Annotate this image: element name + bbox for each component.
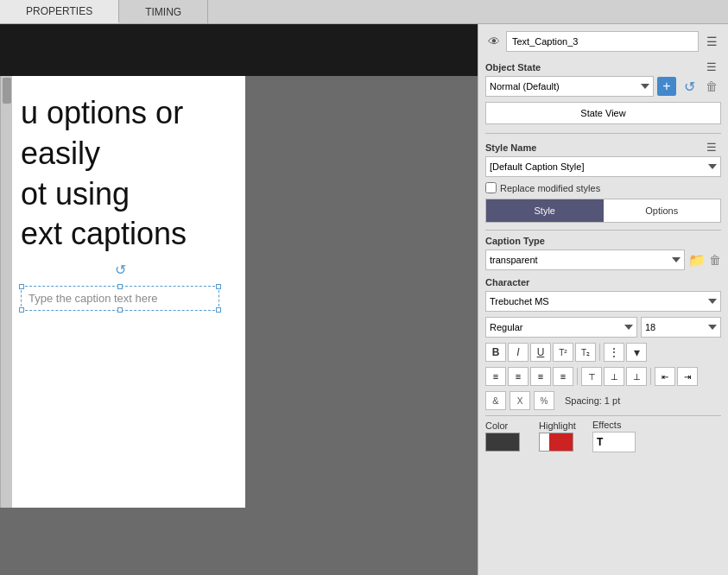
resize-handle-tl[interactable] [19,284,24,289]
object-state-header: Object State ☰ [485,57,721,76]
object-name-input[interactable] [506,31,699,52]
effects-label: Effects [592,420,636,430]
format-buttons-row: B I U T² T₂ ⋮ ▾ [485,343,721,362]
trash-icon[interactable]: 🗑 [709,253,721,267]
left-scroll[interactable] [0,76,12,508]
style-name-dropdown-row: [Default Caption Style] [485,156,721,177]
replace-styles-checkbox[interactable] [485,182,497,193]
caption-placeholder-text: Type the caption text here [28,292,158,305]
align-left-btn[interactable]: ≡ [485,367,506,386]
italic-btn[interactable]: I [508,343,529,362]
canvas-area: u options or easily ot using ext caption… [0,24,478,575]
indent-right-btn[interactable]: ⇥ [677,367,698,386]
subscript2-btn[interactable]: X [510,391,530,410]
align-justify-btn[interactable]: ≡ [553,367,573,386]
folder-icon[interactable]: 📁 [688,252,706,269]
valign-top-btn[interactable]: ⊤ [581,367,602,386]
valign-sep [650,368,651,385]
resize-handle-br[interactable] [216,307,221,313]
main-area: u options or easily ot using ext caption… [0,24,728,575]
list-dropdown-btn[interactable]: ▾ [626,343,647,362]
caption-type-label: Caption Type [485,236,721,246]
canvas-black-bar [0,24,478,76]
indent-left-btn[interactable]: ⇤ [655,367,675,386]
resize-handle-bm[interactable] [117,307,123,313]
font-family-row: Trebuchet MS [485,291,721,312]
style-name-label: Style Name [485,142,536,153]
top-tab-bar: PROPERTIES TIMING [0,0,728,24]
state-view-btn[interactable]: State View [485,102,721,124]
font-size-dropdown[interactable]: 18 [641,317,721,338]
object-name-row: 👁 ☰ [485,31,721,52]
delete-state-btn[interactable]: 🗑 [702,77,721,96]
list-style-btn[interactable]: ⋮ [604,343,624,362]
caption-type-row: transparent 📁 🗑 [485,250,721,270]
separator-3 [485,415,721,416]
color-label: Color [485,420,529,431]
valign-bot-btn[interactable]: ⊥ [626,367,647,386]
spacing-label: Spacing: 1 pt [565,395,620,406]
panel-content: 👁 ☰ Object State ☰ Normal (Default) + ↺ … [478,24,728,575]
format-sep [599,344,600,361]
valign-mid-btn[interactable]: ⊥ [604,367,624,386]
style-name-dropdown[interactable]: [Default Caption Style] [485,156,721,177]
state-dropdown[interactable]: Normal (Default) [485,76,654,97]
caption-type-dropdown[interactable]: transparent [485,250,685,270]
state-dropdown-row: Normal (Default) + ↺ 🗑 [485,76,721,97]
separator-1 [485,133,721,134]
align-center-btn[interactable]: ≡ [508,367,529,386]
style-options-toggle: Style Options [485,199,721,223]
style-name-header: Style Name ☰ [485,137,721,156]
list-options-btn[interactable]: ☰ [702,32,721,51]
caption-box[interactable]: Type the caption text here [21,286,219,311]
font-family-dropdown[interactable]: Trebuchet MS [485,291,721,312]
right-panel: 👁 ☰ Object State ☰ Normal (Default) + ↺ … [478,24,728,575]
style-options-btn[interactable]: ☰ [702,137,721,156]
align-right-btn[interactable]: ≡ [530,367,551,386]
font-style-row: Regular 18 [485,317,721,338]
replace-styles-row: Replace modified styles [485,182,721,193]
special-chars-row: & X % Spacing: 1 pt [485,391,721,410]
visibility-icon[interactable]: 👁 [485,33,503,50]
highlight-label: Highlight [539,420,582,431]
font-style-dropdown[interactable]: Regular [485,317,637,338]
color-swatch[interactable] [485,433,520,452]
canvas-slide: u options or easily ot using ext caption… [12,76,245,508]
character-label: Character [485,277,721,288]
tab-properties[interactable]: PROPERTIES [0,0,119,23]
separator-2 [485,230,721,231]
resize-handle-tr[interactable] [216,284,221,289]
resize-handle-tm[interactable] [117,284,123,289]
superscript-btn[interactable]: T² [553,343,573,362]
style-tab-btn[interactable]: Style [486,199,604,222]
edit-state-btn[interactable]: ↺ [680,77,699,96]
rotate-handle[interactable]: ↺ [115,262,126,278]
highlight-swatch[interactable] [539,433,573,452]
replace-styles-label: Replace modified styles [500,183,600,193]
effects-dropdown[interactable]: T [592,432,636,452]
state-list-btn[interactable]: ☰ [702,57,721,76]
align-row: ≡ ≡ ≡ ≡ ⊤ ⊥ ⊥ ⇤ ⇥ [485,367,721,386]
subscript-btn[interactable]: T₂ [575,343,596,362]
add-state-btn[interactable]: + [657,77,676,96]
color-row: Color Highlight Effects T [485,420,721,452]
slide-text: u options or easily ot using ext caption… [21,93,237,255]
options-tab-btn[interactable]: Options [604,199,721,222]
underline-btn[interactable]: U [530,343,551,362]
tab-timing[interactable]: TIMING [119,0,208,23]
effects-row: T [592,432,636,452]
object-state-label: Object State [485,62,541,73]
ampersand-btn[interactable]: & [485,391,506,410]
resize-handle-bl[interactable] [19,307,24,313]
special3-btn[interactable]: % [534,391,554,410]
align-sep [577,368,578,385]
bold-btn[interactable]: B [485,343,506,362]
